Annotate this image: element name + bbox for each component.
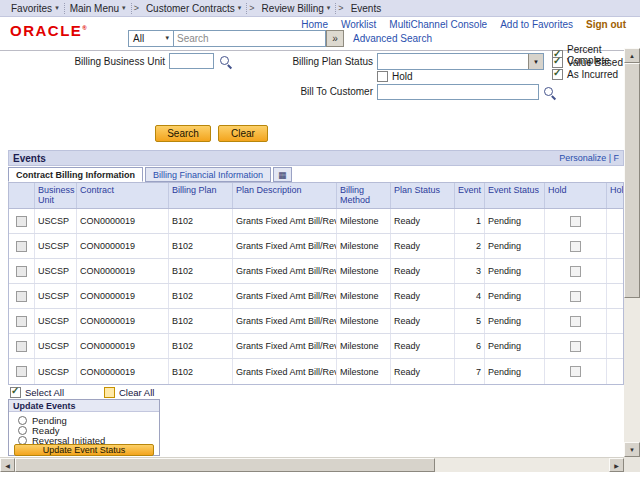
cell-hold2 <box>607 234 623 258</box>
advanced-search-link[interactable]: Advanced Search <box>353 33 432 44</box>
search-scope-dropdown[interactable]: All ▾ <box>128 30 174 47</box>
hold-checkbox[interactable] <box>570 366 581 377</box>
select-all-checkbox[interactable]: ✓ <box>10 387 21 398</box>
billing-plan-status-select[interactable]: ▼ <box>377 53 544 70</box>
cell-plan-status: Ready <box>391 259 455 283</box>
show-all-columns-tab[interactable]: ▦ <box>273 167 292 182</box>
cell-billing-method: Milestone <box>337 259 391 283</box>
horizontal-scrollbar-thumb[interactable] <box>15 458 435 472</box>
search-button[interactable]: Search <box>155 125 211 142</box>
hold-checkbox[interactable] <box>570 341 581 352</box>
cell-billing-method: Milestone <box>337 359 391 384</box>
billing-business-unit-input[interactable] <box>169 53 214 69</box>
clear-button[interactable]: Clear <box>218 125 268 142</box>
hold-checkbox[interactable] <box>570 316 581 327</box>
update-event-status-button[interactable]: Update Event Status <box>14 444 154 456</box>
breadcrumb-label: Review Billing <box>262 3 324 14</box>
breadcrumb-separator-icon: > <box>132 3 141 13</box>
column-header-hold2[interactable]: Hold <box>607 183 623 208</box>
personalize-link[interactable]: Personalize | F <box>559 153 619 163</box>
bill-to-customer-input[interactable] <box>377 84 539 100</box>
cell-business-unit: USCSP <box>35 259 77 283</box>
add-to-favorites-link[interactable]: Add to Favorites <box>500 19 573 30</box>
as-incurred-label: As Incurred <box>567 69 618 80</box>
row-select-checkbox[interactable] <box>16 341 27 352</box>
cell-event-status: Pending <box>485 359 545 384</box>
column-header-plan-status[interactable]: Plan Status <box>391 183 455 208</box>
value-based-label: Value Based <box>567 57 623 68</box>
tab-billing-financial-information[interactable]: Billing Financial Information <box>145 167 271 182</box>
cell-plan-status: Ready <box>391 284 455 308</box>
as-incurred-option: ✓ As Incurred <box>552 69 618 80</box>
column-header-contract[interactable]: Contract <box>77 183 169 208</box>
events-section-header: Events Personalize | F <box>8 150 624 166</box>
arrow-right-icon: ▶ <box>614 462 619 469</box>
column-header-hold[interactable]: Hold <box>545 183 607 208</box>
radio-icon[interactable] <box>18 426 27 435</box>
cell-hold <box>545 234 607 258</box>
hold-checkbox[interactable] <box>570 266 581 277</box>
table-row: USCSP CON0000019 B102 Grants Fixed Amt B… <box>9 284 623 309</box>
column-header-event[interactable]: Event <box>455 183 485 208</box>
select-all-control[interactable]: ✓ Select All <box>10 387 64 398</box>
row-select-checkbox[interactable] <box>16 291 27 302</box>
chevron-down-icon: ▼ <box>533 59 539 65</box>
combo-arrow-button[interactable]: ▼ <box>528 54 543 69</box>
scroll-left-button[interactable]: ◀ <box>0 458 15 472</box>
tab-contract-billing-information[interactable]: Contract Billing Information <box>8 167 143 182</box>
row-select-checkbox[interactable] <box>16 366 27 377</box>
scroll-right-button[interactable]: ▶ <box>609 458 624 472</box>
breadcrumb-item-events[interactable]: Events <box>346 0 387 17</box>
value-based-option: ✓ Value Based <box>552 57 623 68</box>
cell-plan-status: Ready <box>391 359 455 384</box>
hold-checkbox[interactable] <box>570 216 581 227</box>
billing-plan-status-label: Billing Plan Status <box>255 56 373 67</box>
horizontal-scrollbar[interactable]: ◀ ▶ <box>0 457 624 472</box>
clear-all-control[interactable]: Clear All <box>104 387 154 398</box>
as-incurred-checkbox[interactable]: ✓ <box>552 69 563 80</box>
cell-hold <box>545 209 607 233</box>
update-events-panel: Update Events Pending Ready Reversal Ini… <box>8 399 160 456</box>
cell-hold2 <box>607 259 623 283</box>
lookup-icon[interactable] <box>219 55 232 68</box>
hold-filter-checkbox[interactable] <box>377 71 388 82</box>
hold-checkbox[interactable] <box>570 241 581 252</box>
search-go-button[interactable]: » <box>326 30 344 47</box>
cell-event-status: Pending <box>485 309 545 333</box>
clear-all-icon[interactable] <box>104 387 115 398</box>
column-header-business-unit[interactable]: Business Unit <box>35 183 77 208</box>
cell-billing-method: Milestone <box>337 209 391 233</box>
breadcrumb-item-favorites[interactable]: Favorites ▾ <box>6 0 64 17</box>
column-header-billing-plan[interactable]: Billing Plan <box>169 183 233 208</box>
cell-billing-plan: B102 <box>169 309 233 333</box>
cell-billing-plan: B102 <box>169 234 233 258</box>
sign-out-link[interactable]: Sign out <box>586 19 626 30</box>
breadcrumb-item-review-billing[interactable]: Review Billing ▾ <box>257 0 336 17</box>
breadcrumb-item-main-menu[interactable]: Main Menu ▾ <box>65 0 131 17</box>
cell-hold2 <box>607 209 623 233</box>
row-select-checkbox[interactable] <box>16 316 27 327</box>
cell-contract: CON0000019 <box>77 359 169 384</box>
vertical-scrollbar-thumb[interactable] <box>624 63 640 298</box>
chevron-down-icon: ▾ <box>122 4 126 12</box>
scroll-down-button[interactable]: ▼ <box>624 442 640 457</box>
column-header-event-status[interactable]: Event Status <box>485 183 545 208</box>
column-header-plan-description[interactable]: Plan Description <box>233 183 337 208</box>
breadcrumb-label: Favorites <box>11 3 52 14</box>
row-select-checkbox[interactable] <box>16 216 27 227</box>
cell-hold <box>545 334 607 358</box>
row-select-checkbox[interactable] <box>16 241 27 252</box>
lookup-icon[interactable] <box>543 86 556 99</box>
radio-icon[interactable] <box>18 416 27 425</box>
row-select-checkbox[interactable] <box>16 266 27 277</box>
hold-checkbox[interactable] <box>570 291 581 302</box>
vertical-scrollbar[interactable]: ▲ ▼ <box>624 48 640 457</box>
global-search-input[interactable] <box>174 30 326 47</box>
arrow-up-icon: ▲ <box>629 53 635 59</box>
global-search-bar: All ▾ » Advanced Search <box>128 29 432 47</box>
scroll-up-button[interactable]: ▲ <box>624 48 640 63</box>
arrow-left-icon: ◀ <box>5 462 10 469</box>
clear-all-label: Clear All <box>119 387 154 398</box>
breadcrumb-item-customer-contracts[interactable]: Customer Contracts ▾ <box>141 0 246 17</box>
column-header-billing-method[interactable]: Billing Method <box>337 183 391 208</box>
